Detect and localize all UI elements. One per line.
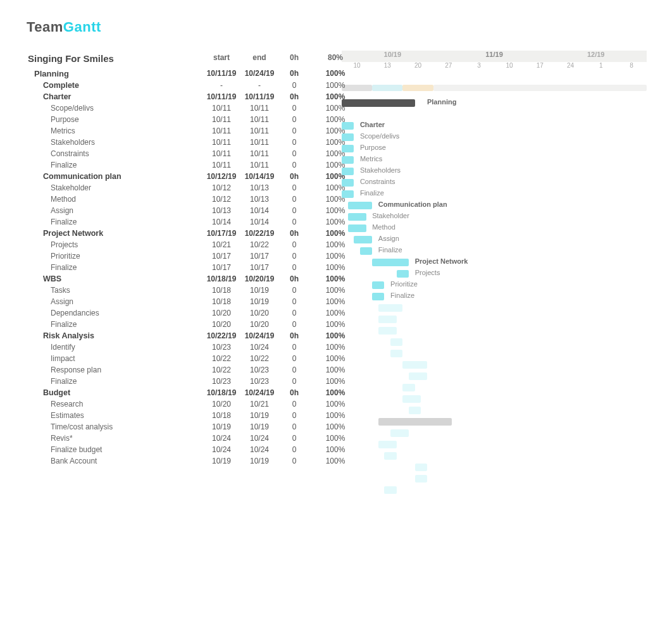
gantt-bar[interactable] [342, 99, 415, 107]
gantt-bar[interactable] [348, 213, 366, 221]
task-start[interactable]: 10/20 [202, 319, 240, 330]
task-end[interactable]: - [240, 80, 278, 91]
task-start[interactable]: 10/18 [202, 410, 240, 421]
gantt-bar[interactable] [342, 133, 354, 141]
task-h[interactable]: 0 [278, 353, 310, 364]
task-end[interactable]: 10/24/19 [240, 68, 278, 80]
col-end[interactable]: end [240, 49, 278, 68]
task-h[interactable]: 0h [278, 387, 310, 398]
gantt-bar[interactable] [378, 327, 397, 335]
task-h[interactable]: 0 [278, 205, 310, 216]
task-end[interactable]: 10/11 [240, 125, 278, 137]
task-name[interactable]: Purpose [25, 114, 202, 125]
task-end[interactable]: 10/11 [240, 148, 278, 159]
project-title[interactable]: Singing For Smiles [25, 49, 202, 68]
task-name[interactable]: Finalize [25, 319, 202, 330]
task-h[interactable]: 0 [278, 410, 310, 421]
task-end[interactable]: 10/23 [240, 376, 278, 387]
task-name[interactable]: Tasks [25, 285, 202, 296]
task-h[interactable]: 0 [278, 296, 310, 307]
task-name[interactable]: Assign [25, 205, 202, 216]
task-end[interactable]: 10/11 [240, 114, 278, 125]
task-h[interactable]: 0 [278, 421, 310, 433]
task-end[interactable]: 10/17 [240, 262, 278, 273]
task-name[interactable]: Stakeholder [25, 182, 202, 194]
task-h[interactable]: 0 [278, 455, 310, 467]
task-end[interactable]: 10/20 [240, 307, 278, 319]
task-name[interactable]: Stakeholders [25, 137, 202, 148]
task-h[interactable]: 0 [278, 307, 310, 319]
task-h[interactable]: 0 [278, 216, 310, 228]
gantt-bar[interactable] [415, 464, 427, 471]
task-start[interactable]: 10/11 [202, 125, 240, 137]
gantt-bar[interactable] [402, 395, 421, 403]
task-name[interactable]: Response plan [25, 364, 202, 376]
task-end[interactable]: 10/11 [240, 102, 278, 114]
gantt-chart[interactable]: PlanningCharterScope/delivsPurposeMetric… [342, 97, 647, 496]
task-name[interactable]: Budget [25, 387, 202, 398]
task-start[interactable]: 10/19 [202, 421, 240, 433]
task-h[interactable]: 0 [278, 102, 310, 114]
task-h[interactable]: 0 [278, 319, 310, 330]
task-h[interactable]: 0 [278, 159, 310, 171]
task-end[interactable]: 10/20/19 [240, 273, 278, 285]
task-end[interactable]: 10/23 [240, 364, 278, 376]
task-name[interactable]: Constraints [25, 148, 202, 159]
task-end[interactable]: 10/19 [240, 410, 278, 421]
task-end[interactable]: 10/20 [240, 319, 278, 330]
task-end[interactable]: 10/14 [240, 216, 278, 228]
task-end[interactable]: 10/19 [240, 421, 278, 433]
task-name[interactable]: Finalize [25, 262, 202, 273]
task-name[interactable]: Method [25, 194, 202, 205]
gantt-bar[interactable] [402, 384, 414, 391]
task-start[interactable]: 10/20 [202, 398, 240, 410]
gantt-bar[interactable] [372, 293, 384, 300]
task-name[interactable]: Charter [25, 91, 202, 102]
task-start[interactable]: 10/14 [202, 216, 240, 228]
task-end[interactable]: 10/24/19 [240, 330, 278, 341]
gantt-bar[interactable] [342, 156, 354, 164]
task-start[interactable]: 10/18/19 [202, 387, 240, 398]
gantt-bar[interactable] [390, 338, 402, 346]
gantt-bar[interactable] [372, 281, 384, 289]
task-name[interactable]: Projects [25, 239, 202, 250]
task-end[interactable]: 10/22/19 [240, 228, 278, 239]
task-name[interactable]: Assign [25, 296, 202, 307]
task-h[interactable]: 0h [278, 330, 310, 341]
task-start[interactable]: 10/18/19 [202, 273, 240, 285]
task-name[interactable]: Finalize budget [25, 444, 202, 455]
task-end[interactable]: 10/13 [240, 182, 278, 194]
task-end[interactable]: 10/21 [240, 398, 278, 410]
task-name[interactable]: Risk Analysis [25, 330, 202, 341]
task-end[interactable]: 10/17 [240, 250, 278, 262]
task-name[interactable]: Iimpact [25, 353, 202, 364]
task-end[interactable]: 10/19 [240, 455, 278, 467]
task-h[interactable]: 0 [278, 114, 310, 125]
task-h[interactable]: 0h [278, 273, 310, 285]
gantt-bar[interactable] [390, 429, 409, 437]
gantt-bar[interactable] [342, 145, 354, 152]
gantt-bar[interactable] [354, 236, 372, 243]
gantt-bar[interactable] [409, 372, 427, 380]
gantt-bar[interactable] [348, 224, 366, 232]
task-end[interactable]: 10/11/19 [240, 91, 278, 102]
task-h[interactable]: 0 [278, 125, 310, 137]
gantt-bar[interactable] [378, 316, 397, 323]
task-start[interactable]: 10/22 [202, 353, 240, 364]
task-end[interactable]: 10/11 [240, 159, 278, 171]
task-end[interactable]: 10/24 [240, 433, 278, 444]
task-start[interactable]: 10/11 [202, 102, 240, 114]
task-start[interactable]: 10/22/19 [202, 330, 240, 341]
gantt-bar[interactable] [342, 168, 354, 175]
task-end[interactable]: 10/19 [240, 285, 278, 296]
col-start[interactable]: start [202, 49, 240, 68]
task-name[interactable]: Metrics [25, 125, 202, 137]
task-pct[interactable]: 100% [310, 80, 361, 91]
task-name[interactable]: Dependancies [25, 307, 202, 319]
gantt-bar[interactable] [409, 407, 421, 414]
task-start[interactable]: 10/20 [202, 307, 240, 319]
gantt-bar[interactable] [390, 350, 402, 357]
task-h[interactable]: 0 [278, 194, 310, 205]
task-start[interactable]: 10/21 [202, 239, 240, 250]
task-h[interactable]: 0 [278, 433, 310, 444]
